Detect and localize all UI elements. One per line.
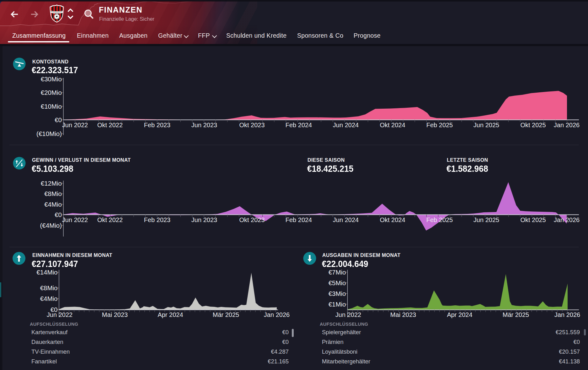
svg-text:Jun 2022: Jun 2022	[62, 122, 88, 128]
svg-text:€3Mio: €3Mio	[329, 290, 346, 297]
svg-text:Jun 2023: Jun 2023	[191, 122, 217, 128]
svg-text:Feb 2025: Feb 2025	[426, 216, 453, 223]
svg-text:€10Mio: €10Mio	[41, 103, 62, 110]
svg-text:(€10Mio): (€10Mio)	[36, 130, 62, 137]
svg-text:Jun 2022: Jun 2022	[62, 216, 88, 223]
svg-text:Mär 2025: Mär 2025	[213, 311, 239, 318]
svg-text:Feb 2023: Feb 2023	[144, 122, 171, 128]
svg-text:Okt 2023: Okt 2023	[239, 216, 265, 223]
svg-text:Jun 2024: Jun 2024	[333, 216, 359, 223]
svg-text:Jan 2026: Jan 2026	[264, 311, 290, 318]
svg-text:Mai 2023: Mai 2023	[390, 311, 416, 318]
svg-text:€0: €0	[55, 211, 62, 218]
svg-text:€14Mio: €14Mio	[36, 269, 57, 276]
svg-text:Okt 2024: Okt 2024	[380, 122, 405, 128]
svg-text:Jan 2026: Jan 2026	[554, 311, 580, 318]
svg-text:€20Mio: €20Mio	[41, 89, 62, 96]
svg-text:Jun 2025: Jun 2025	[473, 122, 499, 128]
svg-text:Feb 2025: Feb 2025	[426, 122, 453, 128]
svg-text:€30Mio: €30Mio	[41, 75, 62, 83]
svg-text:Feb 2023: Feb 2023	[144, 216, 171, 223]
svg-text:€8Mio: €8Mio	[44, 190, 62, 197]
svg-text:Okt 2022: Okt 2022	[97, 216, 123, 223]
svg-text:Mär 2025: Mär 2025	[503, 311, 529, 318]
svg-text:Jan 2026: Jan 2026	[554, 122, 580, 128]
svg-text:€0: €0	[55, 116, 62, 123]
svg-text:Okt 2022: Okt 2022	[97, 122, 123, 128]
svg-text:Jan 2026: Jan 2026	[554, 216, 580, 223]
svg-text:€4Mio: €4Mio	[40, 295, 58, 302]
svg-text:Jun 2022: Jun 2022	[335, 311, 361, 318]
svg-text:Apr 2024: Apr 2024	[158, 311, 183, 318]
svg-text:Okt 2023: Okt 2023	[239, 122, 265, 128]
svg-text:€1Mio: €1Mio	[329, 301, 346, 308]
svg-text:€5Mio: €5Mio	[329, 279, 346, 286]
svg-text:Okt 2024: Okt 2024	[380, 216, 405, 223]
svg-text:€8Mio: €8Mio	[40, 284, 58, 291]
svg-text:Okt 2025: Okt 2025	[520, 216, 546, 223]
svg-text:Jun 2024: Jun 2024	[333, 122, 359, 128]
svg-text:€7Mio: €7Mio	[329, 269, 346, 276]
svg-text:Jun 2025: Jun 2025	[473, 216, 499, 223]
svg-text:Jun 2023: Jun 2023	[191, 216, 217, 223]
svg-text:€12Mio: €12Mio	[41, 180, 62, 187]
svg-text:Feb 2024: Feb 2024	[286, 122, 312, 128]
svg-text:Okt 2025: Okt 2025	[520, 122, 546, 128]
svg-text:Feb 2024: Feb 2024	[286, 216, 312, 223]
svg-text:Mai 2023: Mai 2023	[102, 311, 128, 318]
svg-text:(€4Mio): (€4Mio)	[40, 222, 62, 229]
svg-text:Jun 2022: Jun 2022	[47, 311, 72, 318]
svg-text:€4Mio: €4Mio	[44, 201, 62, 208]
svg-text:Apr 2024: Apr 2024	[447, 311, 472, 318]
